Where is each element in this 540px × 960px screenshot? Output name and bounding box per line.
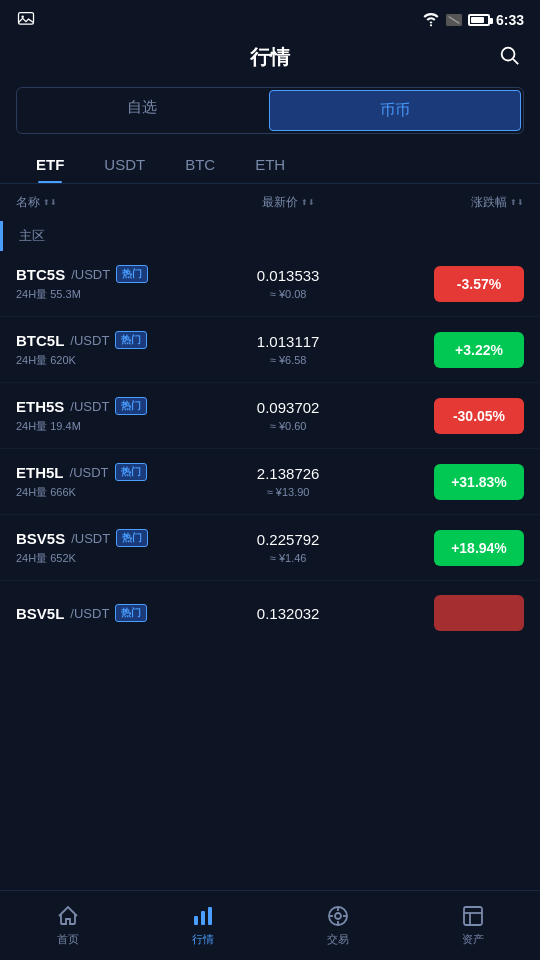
coin-price: 1.013117 ≈ ¥6.58 (197, 333, 378, 366)
assets-icon (461, 904, 485, 928)
coin-info: ETH5L/USDT 热门 24H量 666K (16, 463, 197, 500)
hot-badge: 热门 (115, 463, 147, 481)
list-item[interactable]: BTC5L/USDT 热门 24H量 620K 1.013117 ≈ ¥6.58… (0, 317, 540, 383)
svg-point-2 (430, 24, 432, 26)
list-item[interactable]: BSV5S/USDT 热门 24H量 652K 0.225792 ≈ ¥1.46… (0, 515, 540, 581)
list-item[interactable]: ETH5L/USDT 热门 24H量 666K 2.138726 ≈ ¥13.9… (0, 449, 540, 515)
tab-zixuan[interactable]: 自选 (17, 88, 267, 133)
svg-line-6 (513, 59, 518, 64)
coin-price: 0.132032 (197, 605, 378, 622)
coin-change: +18.94% (379, 530, 524, 566)
list-item[interactable]: BTC5S/USDT 热门 24H量 55.3M 0.013533 ≈ ¥0.0… (0, 251, 540, 317)
image-icon (16, 10, 36, 30)
tab-bibi[interactable]: 币币 (269, 90, 521, 131)
hot-badge: 热门 (115, 397, 147, 415)
cat-tab-usdt[interactable]: USDT (84, 146, 165, 183)
status-left (16, 10, 36, 30)
svg-rect-7 (194, 916, 198, 925)
coin-price: 0.093702 ≈ ¥0.60 (197, 399, 378, 432)
coin-price: 2.138726 ≈ ¥13.90 (197, 465, 378, 498)
svg-rect-8 (201, 911, 205, 925)
battery-container (468, 14, 490, 26)
category-tabs: ETF USDT BTC ETH (0, 142, 540, 184)
coin-change: -30.05% (379, 398, 524, 434)
list-item[interactable]: ETH5S/USDT 热门 24H量 19.4M 0.093702 ≈ ¥0.6… (0, 383, 540, 449)
header: 行情 (0, 36, 540, 79)
col-header-name[interactable]: 名称 ⬆⬇ (16, 194, 197, 211)
col-header-change[interactable]: 涨跌幅 ⬆⬇ (379, 194, 524, 211)
svg-rect-9 (208, 907, 212, 925)
svg-point-5 (502, 48, 515, 61)
cat-tab-btc[interactable]: BTC (165, 146, 235, 183)
coin-price: 0.013533 ≈ ¥0.08 (197, 267, 378, 300)
col-header-price[interactable]: 最新价 ⬆⬇ (197, 194, 378, 211)
coin-list: BTC5S/USDT 热门 24H量 55.3M 0.013533 ≈ ¥0.0… (0, 251, 540, 639)
coin-change (379, 595, 524, 631)
nav-assets[interactable]: 资产 (461, 904, 485, 947)
nav-market[interactable]: 行情 (191, 904, 215, 947)
battery-icon (468, 14, 490, 26)
coin-info: BTC5L/USDT 热门 24H量 620K (16, 331, 197, 368)
cat-tab-etf[interactable]: ETF (16, 146, 84, 183)
hot-badge: 热门 (116, 529, 148, 547)
section-label: 主区 (0, 221, 540, 251)
signal-icon (446, 13, 462, 27)
table-header: 名称 ⬆⬇ 最新价 ⬆⬇ 涨跌幅 ⬆⬇ (0, 184, 540, 221)
svg-rect-16 (464, 907, 482, 925)
list-item[interactable]: BSV5L/USDT 热门 0.132032 (0, 581, 540, 639)
bar-chart-icon (191, 904, 215, 928)
tab-switcher: 自选 币币 (16, 87, 524, 134)
hot-badge: 热门 (115, 604, 147, 622)
search-icon (498, 44, 520, 66)
nav-home[interactable]: 首页 (56, 904, 80, 947)
bottom-nav: 首页 行情 交易 资产 (0, 890, 540, 960)
coin-info: BSV5L/USDT 热门 (16, 604, 197, 622)
nav-trade[interactable]: 交易 (326, 904, 350, 947)
home-icon (56, 904, 80, 928)
coin-price: 0.225792 ≈ ¥1.46 (197, 531, 378, 564)
wifi-icon (422, 13, 440, 27)
coin-change: -3.57% (379, 266, 524, 302)
coin-info: BSV5S/USDT 热门 24H量 652K (16, 529, 197, 566)
status-right: 6:33 (422, 12, 524, 28)
coin-change: +3.22% (379, 332, 524, 368)
hot-badge: 热门 (116, 265, 148, 283)
coin-info: BTC5S/USDT 热门 24H量 55.3M (16, 265, 197, 302)
hot-badge: 热门 (115, 331, 147, 349)
coin-info: ETH5S/USDT 热门 24H量 19.4M (16, 397, 197, 434)
trade-icon (326, 904, 350, 928)
svg-point-11 (335, 913, 341, 919)
coin-change: +31.83% (379, 464, 524, 500)
clock: 6:33 (496, 12, 524, 28)
cat-tab-eth[interactable]: ETH (235, 146, 305, 183)
status-bar: 6:33 (0, 0, 540, 36)
page-title: 行情 (250, 44, 290, 71)
search-button[interactable] (498, 44, 520, 71)
